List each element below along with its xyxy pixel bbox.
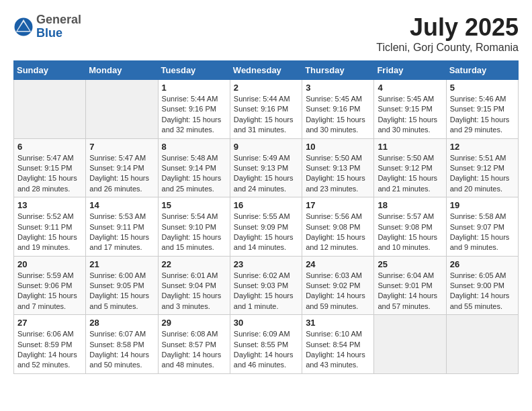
day-info: Sunrise: 6:08 AMSunset: 8:57 PMDaylight:… [162, 329, 226, 371]
location: Ticleni, Gorj County, Romania [376, 42, 519, 54]
day-number: 13 [17, 200, 82, 210]
calendar-cell: 21 Sunrise: 6:00 AMSunset: 9:05 PMDaylig… [86, 256, 158, 315]
calendar-cell: 22 Sunrise: 6:01 AMSunset: 9:04 PMDaylig… [158, 256, 230, 315]
day-info: Sunrise: 5:50 AMSunset: 9:12 PMDaylight:… [378, 153, 442, 195]
calendar-cell: 15 Sunrise: 5:54 AMSunset: 9:10 PMDaylig… [158, 197, 230, 257]
day-number: 4 [378, 83, 442, 93]
day-number: 25 [378, 259, 442, 269]
day-number: 23 [234, 259, 298, 269]
header-day-thursday: Thursday [302, 61, 374, 80]
calendar-cell: 13 Sunrise: 5:52 AMSunset: 9:11 PMDaylig… [14, 197, 86, 257]
day-info: Sunrise: 5:47 AMSunset: 9:14 PMDaylight:… [89, 153, 154, 195]
day-info: Sunrise: 5:45 AMSunset: 9:15 PMDaylight:… [378, 94, 442, 136]
calendar-cell: 9 Sunrise: 5:49 AMSunset: 9:13 PMDayligh… [230, 138, 302, 197]
day-number: 15 [162, 200, 226, 210]
day-info: Sunrise: 5:59 AMSunset: 9:06 PMDaylight:… [17, 271, 82, 312]
calendar-cell [374, 315, 446, 374]
day-number: 5 [450, 83, 515, 93]
day-number: 9 [234, 142, 298, 152]
calendar-cell: 16 Sunrise: 5:55 AMSunset: 9:09 PMDaylig… [230, 197, 302, 257]
day-info: Sunrise: 5:51 AMSunset: 9:12 PMDaylight:… [450, 153, 515, 195]
day-info: Sunrise: 5:47 AMSunset: 9:15 PMDaylight:… [17, 153, 82, 195]
calendar-cell: 8 Sunrise: 5:48 AMSunset: 9:14 PMDayligh… [158, 138, 230, 197]
day-info: Sunrise: 6:04 AMSunset: 9:01 PMDaylight:… [378, 271, 442, 312]
calendar-cell: 24 Sunrise: 6:03 AMSunset: 9:02 PMDaylig… [302, 256, 374, 315]
calendar-header-row: SundayMondayTuesdayWednesdayThursdayFrid… [14, 61, 519, 80]
day-info: Sunrise: 5:49 AMSunset: 9:13 PMDaylight:… [234, 153, 298, 195]
calendar-week-row: 20 Sunrise: 5:59 AMSunset: 9:06 PMDaylig… [14, 256, 519, 315]
calendar-cell: 20 Sunrise: 5:59 AMSunset: 9:06 PMDaylig… [14, 256, 86, 315]
day-number: 18 [378, 200, 442, 210]
day-info: Sunrise: 6:10 AMSunset: 8:54 PMDaylight:… [306, 329, 370, 371]
day-number: 22 [162, 259, 226, 269]
day-number: 29 [162, 318, 226, 328]
calendar-cell: 23 Sunrise: 6:02 AMSunset: 9:03 PMDaylig… [230, 256, 302, 315]
day-number: 27 [17, 318, 82, 328]
day-number: 10 [306, 142, 370, 152]
title-area: July 2025 Ticleni, Gorj County, Romania [376, 13, 519, 54]
day-info: Sunrise: 6:09 AMSunset: 8:55 PMDaylight:… [234, 329, 298, 371]
calendar-cell: 12 Sunrise: 5:51 AMSunset: 9:12 PMDaylig… [446, 138, 518, 197]
calendar-cell: 27 Sunrise: 6:06 AMSunset: 8:59 PMDaylig… [14, 315, 86, 374]
day-number: 7 [89, 142, 154, 152]
day-number: 26 [450, 259, 515, 269]
header-day-saturday: Saturday [446, 61, 518, 80]
calendar-cell: 19 Sunrise: 5:58 AMSunset: 9:07 PMDaylig… [446, 197, 518, 257]
day-number: 3 [306, 83, 370, 93]
day-info: Sunrise: 5:44 AMSunset: 9:16 PMDaylight:… [234, 94, 298, 136]
calendar-cell: 5 Sunrise: 5:46 AMSunset: 9:15 PMDayligh… [446, 80, 518, 139]
calendar-week-row: 13 Sunrise: 5:52 AMSunset: 9:11 PMDaylig… [14, 197, 519, 257]
day-info: Sunrise: 5:58 AMSunset: 9:07 PMDaylight:… [450, 212, 515, 253]
day-info: Sunrise: 6:00 AMSunset: 9:05 PMDaylight:… [89, 271, 154, 312]
calendar-week-row: 27 Sunrise: 6:06 AMSunset: 8:59 PMDaylig… [14, 315, 519, 374]
day-number: 31 [306, 318, 370, 328]
day-info: Sunrise: 5:50 AMSunset: 9:13 PMDaylight:… [306, 153, 370, 195]
calendar-cell: 31 Sunrise: 6:10 AMSunset: 8:54 PMDaylig… [302, 315, 374, 374]
calendar-week-row: 6 Sunrise: 5:47 AMSunset: 9:15 PMDayligh… [14, 138, 519, 197]
day-info: Sunrise: 5:52 AMSunset: 9:11 PMDaylight:… [17, 212, 82, 253]
calendar-cell: 18 Sunrise: 5:57 AMSunset: 9:08 PMDaylig… [374, 197, 446, 257]
day-info: Sunrise: 5:54 AMSunset: 9:10 PMDaylight:… [162, 212, 226, 253]
calendar-cell: 29 Sunrise: 6:08 AMSunset: 8:57 PMDaylig… [158, 315, 230, 374]
calendar-cell: 28 Sunrise: 6:07 AMSunset: 8:58 PMDaylig… [86, 315, 158, 374]
calendar-cell [86, 80, 158, 139]
day-info: Sunrise: 5:57 AMSunset: 9:08 PMDaylight:… [378, 212, 442, 253]
calendar-cell: 14 Sunrise: 5:53 AMSunset: 9:11 PMDaylig… [86, 197, 158, 257]
calendar-cell: 3 Sunrise: 5:45 AMSunset: 9:16 PMDayligh… [302, 80, 374, 139]
day-info: Sunrise: 5:46 AMSunset: 9:15 PMDaylight:… [450, 94, 515, 136]
header-day-sunday: Sunday [14, 61, 86, 80]
day-number: 8 [162, 142, 226, 152]
day-info: Sunrise: 5:55 AMSunset: 9:09 PMDaylight:… [234, 212, 298, 253]
day-info: Sunrise: 6:07 AMSunset: 8:58 PMDaylight:… [89, 329, 154, 371]
day-info: Sunrise: 5:44 AMSunset: 9:16 PMDaylight:… [162, 94, 226, 136]
day-info: Sunrise: 6:05 AMSunset: 9:00 PMDaylight:… [450, 271, 515, 312]
day-number: 17 [306, 200, 370, 210]
day-info: Sunrise: 6:03 AMSunset: 9:02 PMDaylight:… [306, 271, 370, 312]
calendar-cell: 26 Sunrise: 6:05 AMSunset: 9:00 PMDaylig… [446, 256, 518, 315]
day-number: 21 [89, 259, 154, 269]
logo-general: General [36, 13, 81, 27]
day-number: 14 [89, 200, 154, 210]
day-number: 24 [306, 259, 370, 269]
day-number: 20 [17, 259, 82, 269]
day-info: Sunrise: 6:02 AMSunset: 9:03 PMDaylight:… [234, 271, 298, 312]
day-info: Sunrise: 5:48 AMSunset: 9:14 PMDaylight:… [162, 153, 226, 195]
calendar-cell [446, 315, 518, 374]
day-number: 30 [234, 318, 298, 328]
calendar-cell: 17 Sunrise: 5:56 AMSunset: 9:08 PMDaylig… [302, 197, 374, 257]
header-day-monday: Monday [86, 61, 158, 80]
calendar-cell: 1 Sunrise: 5:44 AMSunset: 9:16 PMDayligh… [158, 80, 230, 139]
logo-text: General Blue [36, 13, 81, 40]
calendar-cell [14, 80, 86, 139]
month-title: July 2025 [376, 13, 519, 42]
calendar-cell: 7 Sunrise: 5:47 AMSunset: 9:14 PMDayligh… [86, 138, 158, 197]
day-number: 1 [162, 83, 226, 93]
calendar-week-row: 1 Sunrise: 5:44 AMSunset: 9:16 PMDayligh… [14, 80, 519, 139]
calendar-cell: 4 Sunrise: 5:45 AMSunset: 9:15 PMDayligh… [374, 80, 446, 139]
header-day-friday: Friday [374, 61, 446, 80]
day-number: 6 [17, 142, 82, 152]
calendar-table: SundayMondayTuesdayWednesdayThursdayFrid… [13, 60, 519, 374]
calendar-cell: 2 Sunrise: 5:44 AMSunset: 9:16 PMDayligh… [230, 80, 302, 139]
logo: General Blue [13, 13, 81, 40]
page-header: General Blue July 2025 Ticleni, Gorj Cou… [13, 13, 519, 54]
